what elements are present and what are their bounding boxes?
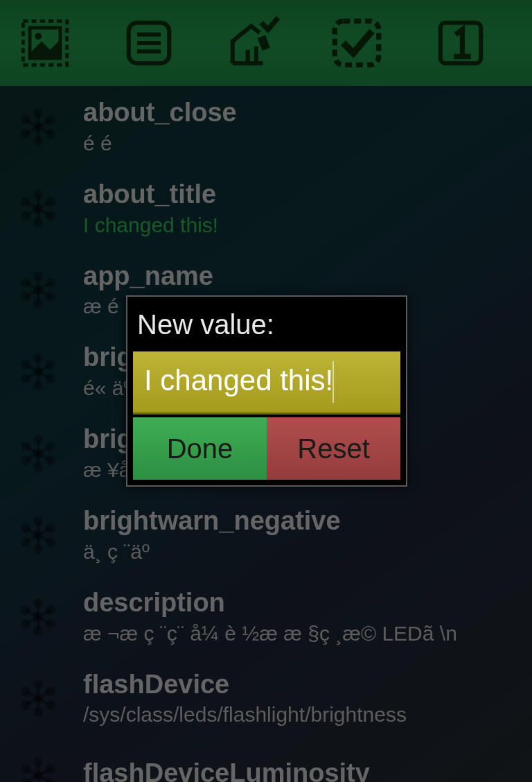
dialog-button-row: Done Reset [133, 417, 400, 480]
done-button[interactable]: Done [133, 417, 267, 480]
edit-value-dialog: New value: Done Reset [126, 295, 407, 487]
dialog-title: New value: [133, 302, 400, 351]
value-input[interactable] [133, 351, 400, 410]
dialog-input-wrap [133, 351, 400, 415]
reset-button[interactable]: Reset [267, 417, 400, 480]
